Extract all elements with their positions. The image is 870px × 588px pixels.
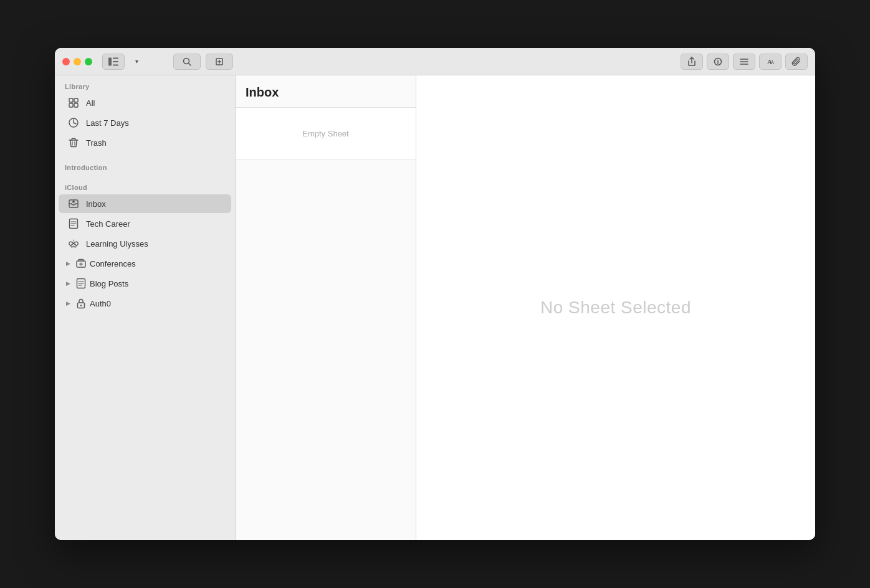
search-button[interactable] xyxy=(173,54,201,70)
sidebar-toggle-button[interactable] xyxy=(102,54,125,70)
svg-rect-1 xyxy=(113,57,118,59)
minimize-button[interactable] xyxy=(74,58,81,65)
expand-arrow-icon: ▶ xyxy=(64,299,72,308)
introduction-section-label: Introduction xyxy=(55,156,235,174)
svg-rect-19 xyxy=(69,103,73,107)
clock-icon xyxy=(67,116,80,129)
svg-rect-0 xyxy=(108,57,112,65)
traffic-lights xyxy=(62,58,92,65)
svg-line-5 xyxy=(189,63,191,65)
icloud-section-label: iCloud xyxy=(55,176,235,194)
title-bar: ▾ xyxy=(55,48,815,75)
share-button[interactable] xyxy=(681,54,703,70)
svg-text:A: A xyxy=(770,59,775,65)
sidebar-item-label: Learning Ulysses xyxy=(86,239,148,249)
sidebar-item-inbox[interactable]: Inbox xyxy=(59,194,231,213)
attach-button[interactable] xyxy=(785,54,808,70)
expand-arrow-icon: ▶ xyxy=(64,259,72,268)
library-section-label: Library xyxy=(55,75,235,93)
main-content: Library All xyxy=(55,75,815,540)
sidebar-item-label: Inbox xyxy=(86,199,106,209)
sidebar-item-learning-ulysses[interactable]: Learning Ulysses xyxy=(59,234,231,253)
trash-icon xyxy=(67,136,80,149)
expand-arrow-icon: ▶ xyxy=(64,279,72,288)
notes-icon xyxy=(67,217,80,230)
title-bar-right: A A xyxy=(681,54,808,70)
sidebar-item-label: Auth0 xyxy=(90,299,111,308)
svg-rect-2 xyxy=(113,61,118,62)
lock-icon xyxy=(75,297,87,310)
close-button[interactable] xyxy=(62,58,70,65)
sheet-list-title: Inbox xyxy=(246,85,406,100)
svg-line-23 xyxy=(74,123,76,124)
svg-rect-3 xyxy=(113,64,118,65)
title-bar-left: ▾ xyxy=(102,54,143,70)
all-icon xyxy=(67,97,80,109)
sidebar-item-last7days[interactable]: Last 7 Days xyxy=(59,113,231,132)
no-sheet-selected-text: No Sheet Selected xyxy=(540,298,691,318)
sidebar-item-label: Tech Career xyxy=(86,219,130,229)
sidebar: Library All xyxy=(55,75,236,540)
sidebar-item-conferences[interactable]: ▶ Conferences xyxy=(59,254,231,273)
sheet-item-empty[interactable]: Empty Sheet xyxy=(236,108,416,160)
svg-point-42 xyxy=(80,305,82,306)
svg-rect-17 xyxy=(69,98,73,102)
conference-icon xyxy=(75,257,87,270)
new-note-button[interactable] xyxy=(206,54,233,70)
editor-area: No Sheet Selected xyxy=(416,75,815,540)
sidebar-item-all[interactable]: All xyxy=(59,93,231,112)
sidebar-item-tech-career[interactable]: Tech Career xyxy=(59,214,231,233)
sidebar-item-trash[interactable]: Trash xyxy=(59,133,231,152)
inbox-icon xyxy=(67,197,80,210)
blog-icon xyxy=(75,277,87,290)
svg-rect-18 xyxy=(74,98,78,102)
maximize-button[interactable] xyxy=(85,58,92,65)
sidebar-item-label: All xyxy=(86,98,95,108)
sheet-list: Inbox Empty Sheet xyxy=(236,75,416,540)
sidebar-item-label: Blog Posts xyxy=(90,279,128,288)
empty-sheet-label: Empty Sheet xyxy=(246,116,406,151)
sidebar-item-auth0[interactable]: ▶ Auth0 xyxy=(59,294,231,313)
svg-rect-20 xyxy=(74,103,78,107)
sidebar-item-label: Conferences xyxy=(90,259,136,268)
info-button[interactable] xyxy=(707,54,729,70)
chevron-down-icon[interactable]: ▾ xyxy=(130,54,143,70)
butterfly-icon xyxy=(67,237,80,250)
app-window: ▾ xyxy=(55,48,815,540)
sheet-list-header: Inbox xyxy=(236,75,416,108)
sidebar-item-label: Last 7 Days xyxy=(86,118,129,128)
svg-point-11 xyxy=(717,59,719,60)
list-view-button[interactable] xyxy=(733,54,755,70)
format-button[interactable]: A A xyxy=(759,54,782,70)
sidebar-item-label: Trash xyxy=(86,138,107,148)
sidebar-item-blog-posts[interactable]: ▶ Blog Posts xyxy=(59,274,231,293)
